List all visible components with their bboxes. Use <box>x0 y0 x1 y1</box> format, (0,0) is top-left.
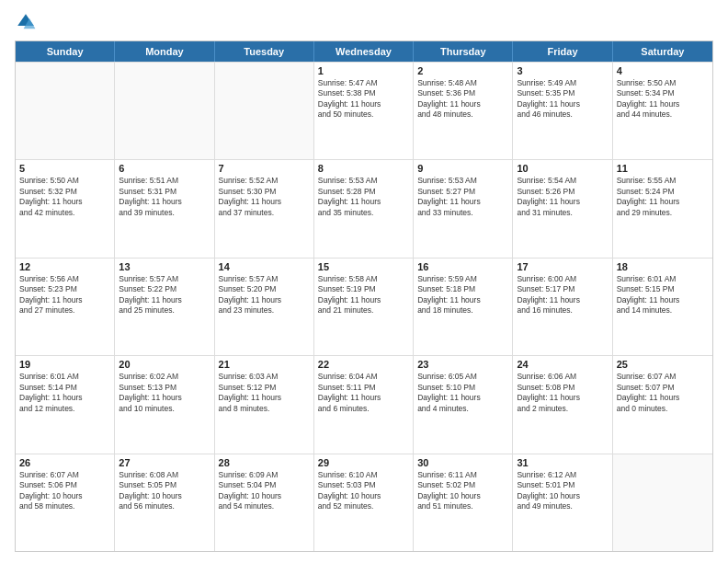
weekday-header-friday: Friday <box>513 41 612 62</box>
weekday-header-thursday: Thursday <box>414 41 513 62</box>
calendar-week-1: 1Sunrise: 5:47 AM Sunset: 5:38 PM Daylig… <box>16 62 712 159</box>
calendar-day-14: 14Sunrise: 5:57 AM Sunset: 5:20 PM Dayli… <box>215 259 314 355</box>
day-info: Sunrise: 6:08 AM Sunset: 5:05 PM Dayligh… <box>119 470 210 512</box>
calendar-day-6: 6Sunrise: 5:51 AM Sunset: 5:31 PM Daylig… <box>115 160 214 257</box>
page: SundayMondayTuesdayWednesdayThursdayFrid… <box>0 0 728 563</box>
calendar-day-20: 20Sunrise: 6:02 AM Sunset: 5:13 PM Dayli… <box>115 356 214 453</box>
calendar-day-5: 5Sunrise: 5:50 AM Sunset: 5:32 PM Daylig… <box>16 160 115 257</box>
day-number: 14 <box>219 261 310 272</box>
day-info: Sunrise: 5:52 AM Sunset: 5:30 PM Dayligh… <box>219 176 310 218</box>
day-number: 15 <box>318 261 409 272</box>
day-info: Sunrise: 6:01 AM Sunset: 5:14 PM Dayligh… <box>19 372 110 414</box>
day-number: 31 <box>517 457 608 468</box>
day-info: Sunrise: 6:04 AM Sunset: 5:11 PM Dayligh… <box>318 372 409 414</box>
calendar-day-11: 11Sunrise: 5:55 AM Sunset: 5:24 PM Dayli… <box>613 160 712 257</box>
day-number: 23 <box>417 359 508 370</box>
day-info: Sunrise: 5:50 AM Sunset: 5:32 PM Dayligh… <box>19 176 110 218</box>
calendar-day-26: 26Sunrise: 6:07 AM Sunset: 5:06 PM Dayli… <box>16 454 115 551</box>
day-number: 25 <box>617 359 709 370</box>
calendar-empty-cell <box>16 63 115 159</box>
day-info: Sunrise: 5:47 AM Sunset: 5:38 PM Dayligh… <box>318 78 409 121</box>
day-info: Sunrise: 6:07 AM Sunset: 5:06 PM Dayligh… <box>19 470 110 512</box>
day-info: Sunrise: 6:00 AM Sunset: 5:17 PM Dayligh… <box>517 274 608 316</box>
day-info: Sunrise: 5:58 AM Sunset: 5:19 PM Dayligh… <box>318 274 409 316</box>
day-info: Sunrise: 6:07 AM Sunset: 5:07 PM Dayligh… <box>617 372 709 414</box>
day-number: 13 <box>119 261 210 272</box>
day-info: Sunrise: 6:12 AM Sunset: 5:01 PM Dayligh… <box>517 470 608 512</box>
day-number: 24 <box>517 359 608 370</box>
calendar-header: SundayMondayTuesdayWednesdayThursdayFrid… <box>16 41 712 62</box>
calendar-day-25: 25Sunrise: 6:07 AM Sunset: 5:07 PM Dayli… <box>613 356 712 453</box>
day-number: 7 <box>219 163 310 174</box>
calendar-day-27: 27Sunrise: 6:08 AM Sunset: 5:05 PM Dayli… <box>115 454 214 551</box>
day-info: Sunrise: 6:05 AM Sunset: 5:10 PM Dayligh… <box>417 372 508 414</box>
calendar-day-31: 31Sunrise: 6:12 AM Sunset: 5:01 PM Dayli… <box>513 454 612 551</box>
header <box>15 11 713 33</box>
calendar-empty-cell <box>613 454 712 551</box>
calendar-day-9: 9Sunrise: 5:53 AM Sunset: 5:27 PM Daylig… <box>414 160 513 257</box>
day-info: Sunrise: 5:55 AM Sunset: 5:24 PM Dayligh… <box>617 176 709 218</box>
calendar-week-3: 12Sunrise: 5:56 AM Sunset: 5:23 PM Dayli… <box>16 258 712 355</box>
day-number: 26 <box>19 457 110 468</box>
day-number: 29 <box>318 457 409 468</box>
day-info: Sunrise: 6:11 AM Sunset: 5:02 PM Dayligh… <box>417 470 508 512</box>
day-info: Sunrise: 5:53 AM Sunset: 5:28 PM Dayligh… <box>318 176 409 218</box>
day-info: Sunrise: 6:02 AM Sunset: 5:13 PM Dayligh… <box>119 372 210 414</box>
calendar-day-30: 30Sunrise: 6:11 AM Sunset: 5:02 PM Dayli… <box>414 454 513 551</box>
day-info: Sunrise: 5:59 AM Sunset: 5:18 PM Dayligh… <box>417 274 508 316</box>
calendar-day-10: 10Sunrise: 5:54 AM Sunset: 5:26 PM Dayli… <box>513 160 612 257</box>
calendar-day-4: 4Sunrise: 5:50 AM Sunset: 5:34 PM Daylig… <box>613 63 712 159</box>
day-number: 8 <box>318 163 409 174</box>
day-info: Sunrise: 5:51 AM Sunset: 5:31 PM Dayligh… <box>119 176 210 218</box>
calendar-week-4: 19Sunrise: 6:01 AM Sunset: 5:14 PM Dayli… <box>16 355 712 453</box>
calendar-day-16: 16Sunrise: 5:59 AM Sunset: 5:18 PM Dayli… <box>414 259 513 355</box>
weekday-header-wednesday: Wednesday <box>314 41 414 62</box>
calendar-day-1: 1Sunrise: 5:47 AM Sunset: 5:38 PM Daylig… <box>314 63 414 159</box>
calendar-day-28: 28Sunrise: 6:09 AM Sunset: 5:04 PM Dayli… <box>215 454 314 551</box>
day-number: 3 <box>517 65 608 76</box>
day-info: Sunrise: 6:10 AM Sunset: 5:03 PM Dayligh… <box>318 470 409 512</box>
day-number: 2 <box>417 65 508 76</box>
day-number: 6 <box>119 163 210 174</box>
day-info: Sunrise: 6:06 AM Sunset: 5:08 PM Dayligh… <box>517 372 608 414</box>
calendar-day-13: 13Sunrise: 5:57 AM Sunset: 5:22 PM Dayli… <box>115 259 214 355</box>
calendar-day-21: 21Sunrise: 6:03 AM Sunset: 5:12 PM Dayli… <box>215 356 314 453</box>
day-number: 17 <box>517 261 608 272</box>
calendar-day-2: 2Sunrise: 5:48 AM Sunset: 5:36 PM Daylig… <box>414 63 513 159</box>
day-number: 28 <box>219 457 310 468</box>
calendar-day-17: 17Sunrise: 6:00 AM Sunset: 5:17 PM Dayli… <box>513 259 612 355</box>
calendar-week-2: 5Sunrise: 5:50 AM Sunset: 5:32 PM Daylig… <box>16 159 712 257</box>
calendar-day-29: 29Sunrise: 6:10 AM Sunset: 5:03 PM Dayli… <box>314 454 414 551</box>
calendar-day-19: 19Sunrise: 6:01 AM Sunset: 5:14 PM Dayli… <box>16 356 115 453</box>
day-number: 21 <box>219 359 310 370</box>
calendar-empty-cell <box>215 63 314 159</box>
day-info: Sunrise: 6:03 AM Sunset: 5:12 PM Dayligh… <box>219 372 310 414</box>
logo-icon <box>15 11 37 33</box>
calendar-day-15: 15Sunrise: 5:58 AM Sunset: 5:19 PM Dayli… <box>314 259 414 355</box>
weekday-header-monday: Monday <box>115 41 214 62</box>
calendar-day-18: 18Sunrise: 6:01 AM Sunset: 5:15 PM Dayli… <box>613 259 712 355</box>
day-number: 18 <box>617 261 709 272</box>
day-info: Sunrise: 5:54 AM Sunset: 5:26 PM Dayligh… <box>517 176 608 218</box>
day-number: 22 <box>318 359 409 370</box>
logo <box>15 11 40 33</box>
day-number: 4 <box>617 65 709 76</box>
calendar-day-22: 22Sunrise: 6:04 AM Sunset: 5:11 PM Dayli… <box>314 356 414 453</box>
weekday-header-saturday: Saturday <box>613 41 712 62</box>
calendar: SundayMondayTuesdayWednesdayThursdayFrid… <box>15 40 713 552</box>
day-number: 11 <box>617 163 709 174</box>
day-info: Sunrise: 5:53 AM Sunset: 5:27 PM Dayligh… <box>417 176 508 218</box>
calendar-empty-cell <box>115 63 214 159</box>
day-info: Sunrise: 5:48 AM Sunset: 5:36 PM Dayligh… <box>417 78 508 121</box>
weekday-header-sunday: Sunday <box>16 41 115 62</box>
calendar-body: 1Sunrise: 5:47 AM Sunset: 5:38 PM Daylig… <box>16 62 712 551</box>
day-number: 20 <box>119 359 210 370</box>
day-number: 1 <box>318 65 409 76</box>
calendar-day-23: 23Sunrise: 6:05 AM Sunset: 5:10 PM Dayli… <box>414 356 513 453</box>
day-info: Sunrise: 5:57 AM Sunset: 5:22 PM Dayligh… <box>119 274 210 316</box>
day-number: 30 <box>417 457 508 468</box>
calendar-day-12: 12Sunrise: 5:56 AM Sunset: 5:23 PM Dayli… <box>16 259 115 355</box>
day-number: 10 <box>517 163 608 174</box>
calendar-day-7: 7Sunrise: 5:52 AM Sunset: 5:30 PM Daylig… <box>215 160 314 257</box>
day-info: Sunrise: 5:56 AM Sunset: 5:23 PM Dayligh… <box>19 274 110 316</box>
